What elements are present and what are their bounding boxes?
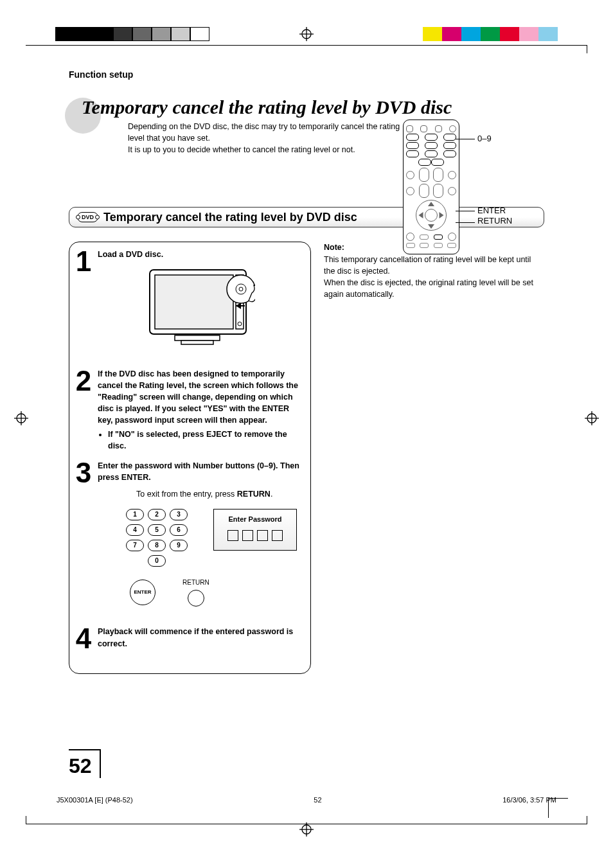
registration-mark-left-icon	[14, 411, 28, 427]
key-5[interactable]: 5	[148, 524, 166, 536]
section-header: Function setup	[69, 69, 544, 80]
page-number: 52	[69, 749, 101, 778]
key-4[interactable]: 4	[126, 524, 144, 536]
password-slot	[227, 530, 238, 541]
footer-center: 52	[314, 796, 321, 804]
step-3-return: RETURN	[237, 490, 271, 499]
footer-meta: J5X00301A [E] (P48-52) 52 16/3/06, 3:57 …	[57, 796, 556, 804]
footer-left: J5X00301A [E] (P48-52)	[57, 796, 133, 804]
step-1-text: Load a DVD disc.	[98, 249, 303, 260]
note-line-1: This temporary cancellation of rating le…	[324, 254, 544, 277]
password-panel: Enter Password	[213, 509, 297, 551]
step-3: 3 Enter the password with Number buttons…	[75, 460, 303, 607]
page-title: Temporary cancel the rating level by DVD…	[82, 96, 452, 118]
return-button[interactable]	[188, 590, 204, 607]
step-3-sub: To exit from the entry, press	[136, 490, 237, 499]
return-label: RETURN	[182, 578, 209, 588]
svg-rect-15	[181, 341, 213, 344]
step-1: 1 Load a DVD disc.	[75, 249, 303, 360]
step-2-bullet: If "NO" is selected, press EJECT to remo…	[108, 429, 303, 452]
grayscale-swatches	[55, 27, 209, 41]
remote-label-enter: ENTER	[477, 206, 506, 215]
registration-mark-bottom-icon	[299, 822, 314, 838]
step-number: 2	[75, 368, 93, 452]
remote-label-keypad: 0–9	[477, 134, 492, 143]
step-4: 4 Playback will commence if the entered …	[75, 626, 303, 651]
step-number: 1	[75, 249, 93, 360]
step-2-text: If the DVD disc has been designed to tem…	[98, 368, 303, 427]
printer-marks-top	[0, 27, 613, 41]
step-2: 2 If the DVD disc has been designed to t…	[75, 368, 303, 452]
step-3-text: Enter the password with Number buttons (…	[98, 460, 303, 483]
key-9[interactable]: 9	[170, 540, 188, 551]
enter-button[interactable]: ENTER	[130, 580, 155, 605]
key-3[interactable]: 3	[170, 509, 188, 520]
step-number: 3	[75, 460, 93, 607]
remote-illustration: 0–9 ENTER RETURN	[403, 120, 512, 254]
key-1[interactable]: 1	[126, 509, 144, 520]
intro-line-1: Depending on the DVD disc, the disc may …	[128, 121, 404, 144]
registration-mark-icon	[299, 27, 314, 41]
note-line-2: When the disc is ejected, the original r…	[324, 277, 544, 300]
steps-panel: 1 Load a DVD disc.	[69, 242, 311, 674]
crop-rule-top	[26, 45, 587, 53]
registration-mark-right-icon	[585, 411, 599, 427]
dvd-chip-icon: DVD	[77, 212, 98, 222]
password-title: Enter Password	[214, 515, 296, 525]
key-7[interactable]: 7	[126, 540, 144, 551]
svg-point-18	[239, 287, 243, 291]
period: .	[271, 490, 272, 499]
tv-dvd-illustration-icon	[146, 266, 255, 353]
password-slot	[242, 530, 253, 541]
key-2[interactable]: 2	[148, 509, 166, 520]
number-keypad: 1 2 3 4 5 6 7	[126, 509, 188, 567]
intro-line-2: It is up to you to decide whether to can…	[128, 144, 404, 155]
key-6[interactable]: 6	[170, 524, 188, 536]
remote-label-return: RETURN	[477, 216, 512, 226]
step-4-text: Playback will commence if the entered pa…	[98, 626, 303, 649]
crop-corner-icon	[548, 798, 568, 818]
note-heading: Note:	[324, 243, 344, 252]
key-8[interactable]: 8	[148, 540, 166, 551]
key-0[interactable]: 0	[148, 555, 166, 567]
svg-rect-14	[175, 335, 220, 341]
color-swatches	[423, 27, 558, 41]
step-number: 4	[75, 626, 93, 651]
svg-rect-10	[155, 275, 233, 329]
password-slot	[272, 530, 283, 541]
subtitle: Temporary cancel the rating level by DVD…	[103, 211, 357, 224]
password-slot	[257, 530, 268, 541]
